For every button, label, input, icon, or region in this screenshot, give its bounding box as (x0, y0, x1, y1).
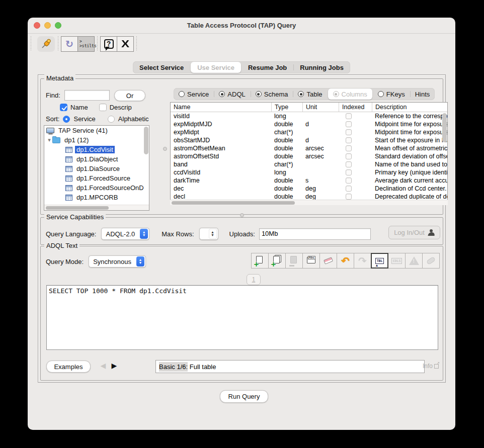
astromOffsetStd[interactable]: astromOffsetStd double arcsec Standard d… (171, 152, 447, 160)
indexed-checkbox[interactable] (346, 161, 352, 167)
tree-item[interactable]: ▾ dp1.MPCORB (44, 193, 149, 202)
find-input[interactable] (64, 90, 110, 101)
view-tab[interactable]: Service (174, 88, 214, 100)
column-header[interactable]: Type (271, 103, 302, 112)
help-button[interactable]: ? (100, 36, 117, 52)
indexed-checkbox[interactable] (346, 113, 352, 119)
copy-tab-icon[interactable]: + (268, 253, 286, 268)
insert-columns-icon[interactable]: COLS (388, 253, 406, 268)
sort-service-radio[interactable] (63, 116, 70, 123)
indexed-checkbox[interactable] (346, 177, 352, 184)
error-highlight-icon[interactable]: ! (405, 253, 423, 268)
adql-text-editor[interactable]: SELECT TOP 1000 * FROM dp1.CcdVisit (46, 285, 438, 350)
insert-table-icon[interactable]: TBL▲ (371, 253, 388, 268)
view-tab[interactable]: Table (293, 88, 327, 100)
table-vertical-scrollbar[interactable] (442, 113, 447, 142)
stepper-icon: ▲▼ (209, 229, 217, 239)
clear-text-icon[interactable] (319, 253, 337, 268)
max-rows-select[interactable]: ▲▼ (199, 228, 218, 240)
remove-tab-icon[interactable] (285, 253, 303, 268)
band[interactable]: band char(*) Name of the band used to (171, 160, 447, 168)
login-button[interactable]: Log In/Out (388, 226, 440, 239)
adql-toolbar: + + Abc (252, 253, 440, 268)
view-tab[interactable]: FKeys (373, 88, 410, 100)
tree-item[interactable]: ▾ dp1.DiaSource (44, 164, 149, 173)
view-tab[interactable]: Hints (410, 88, 435, 100)
view-tab[interactable]: Schema (251, 88, 293, 100)
add-tab-icon[interactable]: + (251, 253, 269, 268)
reload-metadata-button[interactable]: ↻ (61, 36, 78, 52)
obsStartMJD[interactable]: obsStartMJD double d Start of the exposu… (171, 136, 447, 144)
zoom-window-button[interactable] (55, 22, 61, 29)
indexed-checkbox[interactable] (346, 169, 352, 175)
minimize-window-button[interactable] (44, 22, 51, 29)
example-title-field[interactable]: Basic 1/6: Full table (155, 360, 425, 373)
tree-item[interactable]: ▾ dp1.ForcedSource (44, 173, 149, 183)
rename-tab-icon[interactable]: Abc (302, 253, 320, 268)
radio-icon (256, 91, 262, 97)
indexed-checkbox[interactable] (346, 153, 352, 159)
folder-icon (52, 137, 60, 143)
or-button[interactable]: Or (114, 90, 145, 101)
indexed-checkbox[interactable] (346, 186, 352, 192)
tree-horizontal-scrollbar[interactable] (44, 205, 149, 210)
sort-alphabetic-radio[interactable] (108, 116, 115, 123)
undo-icon[interactable]: ↶ (337, 253, 354, 268)
tab-item[interactable]: Use Service (191, 62, 241, 73)
column-header[interactable]: Indexed (339, 103, 372, 112)
column-header[interactable]: Name (171, 103, 271, 112)
indexed-checkbox[interactable] (346, 145, 352, 151)
descrip-checkbox[interactable] (99, 104, 107, 111)
column-header[interactable]: Unit (302, 103, 339, 112)
editor-tab-1[interactable]: 1 (247, 274, 261, 285)
view-tab[interactable]: ADQL (214, 88, 250, 100)
tree-item[interactable]: ▾ dp1.ForcedSourceOnD (44, 183, 149, 193)
indexed-checkbox[interactable] (346, 137, 352, 143)
horizontal-splitter-grip[interactable] (240, 213, 244, 217)
remove-tab-icon (289, 255, 300, 266)
indexed-checkbox[interactable] (346, 129, 352, 135)
indexed-checkbox[interactable] (346, 121, 352, 127)
refresh-icon: ↻ (65, 39, 73, 49)
redo-icon[interactable]: ↷ (354, 253, 371, 268)
ccdVisitId[interactable]: ccdVisitId long Primary key (unique iden… (171, 168, 447, 176)
table-horizontal-scrollbar[interactable] (170, 200, 448, 205)
tree-item[interactable]: ▾ dp1 (12) (44, 135, 149, 145)
stilts-button[interactable]: > >stilts (77, 36, 95, 52)
tab-item[interactable]: Resume Job (241, 61, 293, 73)
tab-item[interactable]: Select Service (133, 61, 190, 73)
pin-window-button[interactable] (37, 36, 55, 52)
tab-item[interactable]: Running Jobs (293, 61, 350, 73)
view-tab[interactable]: Columns (328, 88, 372, 100)
astromOffsetMean[interactable]: astromOffsetMean double arcsec Mean offs… (171, 144, 447, 152)
run-query-button[interactable]: Run Query (220, 390, 268, 403)
uploads-input[interactable]: 10Mb (259, 228, 371, 240)
query-language-select[interactable]: ADQL-2.0 ▲▼ (101, 228, 149, 240)
column-header[interactable]: Description (372, 103, 447, 112)
chevron-down-icon[interactable]: ▾ (46, 137, 52, 143)
dec[interactable]: dec double deg Declination of Ccd center… (171, 185, 447, 193)
expMidptMJD[interactable]: expMidptMJD double d Midpoint time for e… (171, 120, 447, 128)
tree-item[interactable]: ▾ dp1.DiaObject (44, 154, 149, 164)
expMidpt[interactable]: expMidpt char(*) Midpoint time for expos… (171, 128, 447, 136)
vertical-splitter-grip[interactable] (163, 147, 167, 151)
example-info-link[interactable]: Info (423, 363, 439, 370)
close-dialog-button[interactable]: X (117, 36, 134, 52)
tree-item[interactable]: ▾ TAP Service (41) (44, 126, 149, 135)
tree-vertical-scrollbar[interactable] (144, 127, 148, 154)
query-mode-select[interactable]: Synchronous ▲▼ (89, 255, 146, 267)
close-window-button[interactable] (34, 22, 40, 29)
main-toolbar: ↻ > >stilts ? X (28, 34, 455, 53)
indexed-checkbox[interactable] (346, 194, 352, 200)
examples-button[interactable]: Examples (46, 361, 91, 373)
previous-example-button[interactable]: ◀ (99, 362, 108, 370)
title-bar[interactable]: Table Access Protocol (TAP) Query (28, 18, 455, 34)
name-checkbox[interactable] (60, 104, 67, 111)
external-link-icon (434, 364, 439, 369)
darkTime[interactable]: darkTime double s Average dark current a… (171, 176, 447, 185)
next-example-button[interactable]: ▶ (110, 362, 119, 370)
copy-tab-icon: + (272, 255, 283, 266)
tree-item[interactable]: ▾ dp1.CcdVisit (44, 145, 149, 154)
visitId[interactable]: visitId long Reference to the correspon (171, 112, 447, 120)
fix-errors-icon[interactable] (422, 253, 440, 268)
